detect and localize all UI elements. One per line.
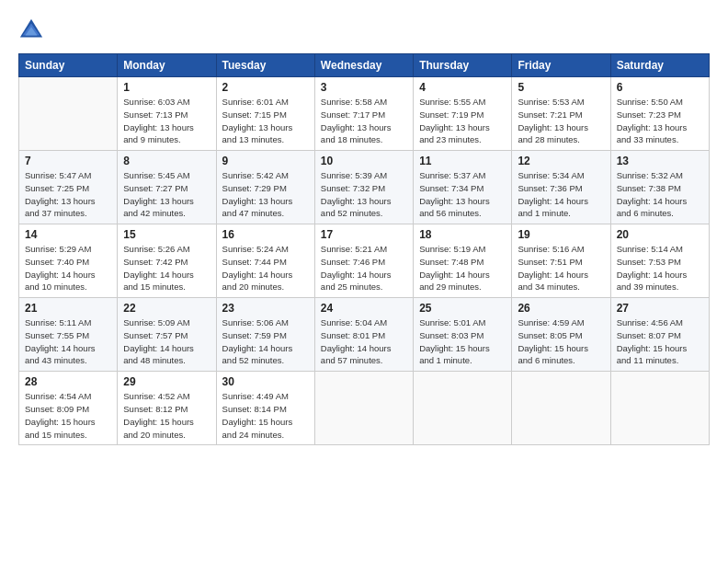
day-info: Sunrise: 5:01 AM Sunset: 8:03 PM Dayligh… (419, 316, 506, 367)
day-info: Sunrise: 5:26 AM Sunset: 7:42 PM Dayligh… (123, 243, 210, 293)
calendar-cell: 21Sunrise: 5:11 AM Sunset: 7:55 PM Dayli… (19, 298, 118, 372)
day-info: Sunrise: 4:59 AM Sunset: 8:05 PM Dayligh… (518, 316, 604, 367)
calendar-cell: 23Sunrise: 5:06 AM Sunset: 7:59 PM Dayli… (216, 298, 314, 372)
calendar-cell: 4Sunrise: 5:55 AM Sunset: 7:19 PM Daylig… (414, 77, 512, 151)
calendar-table: SundayMondayTuesdayWednesdayThursdayFrid… (18, 53, 710, 445)
day-info: Sunrise: 5:45 AM Sunset: 7:27 PM Dayligh… (123, 169, 210, 220)
day-info: Sunrise: 5:06 AM Sunset: 7:59 PM Dayligh… (222, 316, 309, 367)
weekday-header: Thursday (414, 54, 512, 77)
calendar-cell: 24Sunrise: 5:04 AM Sunset: 8:01 PM Dayli… (314, 298, 413, 372)
day-info: Sunrise: 5:55 AM Sunset: 7:19 PM Dayligh… (419, 96, 506, 146)
day-number: 28 (25, 375, 111, 388)
day-number: 6 (617, 81, 703, 94)
day-number: 30 (222, 375, 309, 388)
day-number: 19 (518, 228, 604, 241)
day-info: Sunrise: 5:39 AM Sunset: 7:32 PM Dayligh… (321, 169, 407, 220)
calendar-cell: 5Sunrise: 5:53 AM Sunset: 7:21 PM Daylig… (512, 77, 610, 151)
calendar-cell (314, 372, 413, 445)
day-number: 22 (123, 302, 210, 315)
day-number: 23 (222, 302, 309, 315)
calendar-cell: 19Sunrise: 5:16 AM Sunset: 7:51 PM Dayli… (512, 224, 610, 298)
day-number: 27 (617, 302, 703, 315)
logo (18, 17, 48, 42)
day-info: Sunrise: 5:42 AM Sunset: 7:29 PM Dayligh… (222, 169, 309, 220)
calendar-cell: 1Sunrise: 6:03 AM Sunset: 7:13 PM Daylig… (118, 77, 216, 151)
day-number: 1 (123, 81, 210, 94)
day-number: 8 (123, 155, 210, 167)
day-number: 10 (321, 155, 407, 167)
day-info: Sunrise: 4:56 AM Sunset: 8:07 PM Dayligh… (617, 316, 703, 367)
calendar-header-row: SundayMondayTuesdayWednesdayThursdayFrid… (19, 54, 710, 77)
day-number: 21 (25, 302, 111, 315)
calendar-cell: 30Sunrise: 4:49 AM Sunset: 8:14 PM Dayli… (216, 372, 314, 445)
calendar-cell: 18Sunrise: 5:19 AM Sunset: 7:48 PM Dayli… (414, 224, 512, 298)
logo-icon (18, 17, 44, 42)
day-number: 11 (419, 155, 506, 167)
calendar-cell (512, 372, 610, 445)
day-info: Sunrise: 5:29 AM Sunset: 7:40 PM Dayligh… (25, 243, 111, 293)
day-number: 29 (123, 375, 210, 388)
day-info: Sunrise: 5:37 AM Sunset: 7:34 PM Dayligh… (419, 169, 506, 220)
day-info: Sunrise: 5:50 AM Sunset: 7:23 PM Dayligh… (617, 96, 703, 146)
weekday-header: Friday (512, 54, 610, 77)
calendar-cell: 10Sunrise: 5:39 AM Sunset: 7:32 PM Dayli… (314, 151, 413, 224)
day-number: 3 (321, 81, 407, 94)
calendar-week-row: 14Sunrise: 5:29 AM Sunset: 7:40 PM Dayli… (19, 224, 710, 298)
calendar-cell (610, 372, 709, 445)
calendar-cell: 11Sunrise: 5:37 AM Sunset: 7:34 PM Dayli… (414, 151, 512, 224)
calendar-cell: 9Sunrise: 5:42 AM Sunset: 7:29 PM Daylig… (216, 151, 314, 224)
calendar-cell: 8Sunrise: 5:45 AM Sunset: 7:27 PM Daylig… (118, 151, 216, 224)
day-info: Sunrise: 5:09 AM Sunset: 7:57 PM Dayligh… (123, 316, 210, 367)
weekday-header: Sunday (19, 54, 118, 77)
day-info: Sunrise: 5:58 AM Sunset: 7:17 PM Dayligh… (321, 96, 407, 146)
calendar-cell (19, 77, 118, 151)
calendar-cell: 16Sunrise: 5:24 AM Sunset: 7:44 PM Dayli… (216, 224, 314, 298)
calendar-cell: 26Sunrise: 4:59 AM Sunset: 8:05 PM Dayli… (512, 298, 610, 372)
day-number: 2 (222, 81, 309, 94)
calendar-cell: 3Sunrise: 5:58 AM Sunset: 7:17 PM Daylig… (314, 77, 413, 151)
day-number: 18 (419, 228, 506, 241)
day-info: Sunrise: 5:47 AM Sunset: 7:25 PM Dayligh… (25, 169, 111, 220)
weekday-header: Tuesday (216, 54, 314, 77)
calendar-cell: 29Sunrise: 4:52 AM Sunset: 8:12 PM Dayli… (118, 372, 216, 445)
page-container: SundayMondayTuesdayWednesdayThursdayFrid… (0, 0, 728, 454)
calendar-cell: 14Sunrise: 5:29 AM Sunset: 7:40 PM Dayli… (19, 224, 118, 298)
day-info: Sunrise: 5:24 AM Sunset: 7:44 PM Dayligh… (222, 243, 309, 293)
day-info: Sunrise: 6:01 AM Sunset: 7:15 PM Dayligh… (222, 96, 309, 146)
calendar-cell: 28Sunrise: 4:54 AM Sunset: 8:09 PM Dayli… (19, 372, 118, 445)
day-number: 7 (25, 155, 111, 167)
page-header (18, 17, 710, 42)
calendar-cell: 27Sunrise: 4:56 AM Sunset: 8:07 PM Dayli… (610, 298, 709, 372)
weekday-header: Saturday (610, 54, 709, 77)
weekday-header: Wednesday (314, 54, 413, 77)
day-number: 25 (419, 302, 506, 315)
calendar-week-row: 1Sunrise: 6:03 AM Sunset: 7:13 PM Daylig… (19, 77, 710, 151)
weekday-header: Monday (118, 54, 216, 77)
day-info: Sunrise: 5:11 AM Sunset: 7:55 PM Dayligh… (25, 316, 111, 367)
day-number: 15 (123, 228, 210, 241)
day-number: 26 (518, 302, 604, 315)
calendar-week-row: 28Sunrise: 4:54 AM Sunset: 8:09 PM Dayli… (19, 372, 710, 445)
calendar-cell: 17Sunrise: 5:21 AM Sunset: 7:46 PM Dayli… (314, 224, 413, 298)
day-number: 13 (617, 155, 703, 167)
calendar-cell: 6Sunrise: 5:50 AM Sunset: 7:23 PM Daylig… (610, 77, 709, 151)
calendar-cell (414, 372, 512, 445)
day-info: Sunrise: 5:19 AM Sunset: 7:48 PM Dayligh… (419, 243, 506, 293)
day-number: 16 (222, 228, 309, 241)
calendar-week-row: 7Sunrise: 5:47 AM Sunset: 7:25 PM Daylig… (19, 151, 710, 224)
calendar-cell: 15Sunrise: 5:26 AM Sunset: 7:42 PM Dayli… (118, 224, 216, 298)
day-info: Sunrise: 5:53 AM Sunset: 7:21 PM Dayligh… (518, 96, 604, 146)
calendar-cell: 22Sunrise: 5:09 AM Sunset: 7:57 PM Dayli… (118, 298, 216, 372)
calendar-week-row: 21Sunrise: 5:11 AM Sunset: 7:55 PM Dayli… (19, 298, 710, 372)
calendar-cell: 12Sunrise: 5:34 AM Sunset: 7:36 PM Dayli… (512, 151, 610, 224)
day-info: Sunrise: 5:21 AM Sunset: 7:46 PM Dayligh… (321, 243, 407, 293)
day-number: 24 (321, 302, 407, 315)
day-number: 5 (518, 81, 604, 94)
day-info: Sunrise: 6:03 AM Sunset: 7:13 PM Dayligh… (123, 96, 210, 146)
day-number: 12 (518, 155, 604, 167)
day-info: Sunrise: 5:16 AM Sunset: 7:51 PM Dayligh… (518, 243, 604, 293)
day-info: Sunrise: 5:34 AM Sunset: 7:36 PM Dayligh… (518, 169, 604, 220)
day-number: 20 (617, 228, 703, 241)
day-number: 14 (25, 228, 111, 241)
calendar-cell: 13Sunrise: 5:32 AM Sunset: 7:38 PM Dayli… (610, 151, 709, 224)
